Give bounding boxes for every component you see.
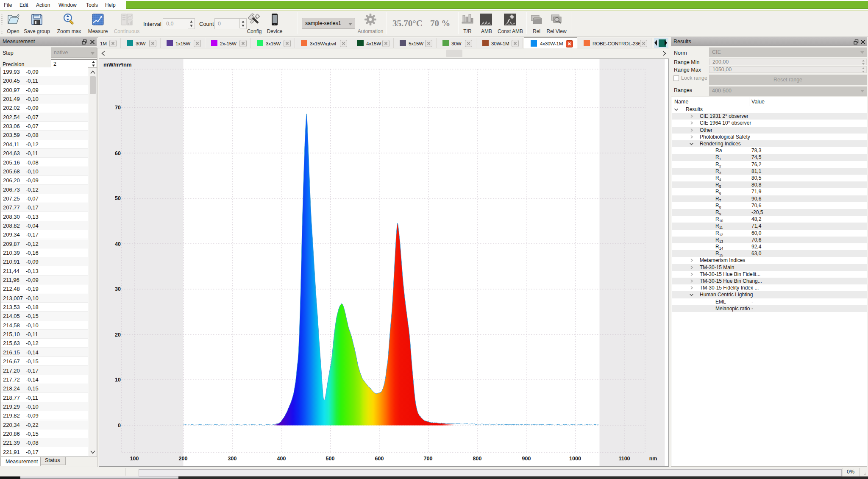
- svg-text:mW/m²/nm: mW/m²/nm: [103, 61, 131, 68]
- svg-text:10: 10: [115, 377, 121, 383]
- svg-text:200: 200: [179, 456, 188, 462]
- svg-text:700: 700: [424, 456, 433, 462]
- svg-text:60: 60: [115, 150, 121, 156]
- svg-text:20: 20: [115, 332, 121, 338]
- svg-text:1100: 1100: [618, 456, 630, 462]
- svg-text:30: 30: [115, 286, 121, 292]
- svg-text:0: 0: [118, 423, 121, 429]
- svg-text:600: 600: [375, 456, 384, 462]
- svg-text:900: 900: [522, 456, 531, 462]
- svg-text:500: 500: [326, 456, 335, 462]
- svg-text:300: 300: [228, 456, 237, 462]
- svg-text:800: 800: [473, 456, 482, 462]
- svg-text:nm: nm: [649, 456, 657, 462]
- svg-text:50: 50: [115, 195, 121, 201]
- svg-text:100: 100: [130, 456, 139, 462]
- svg-text:40: 40: [115, 241, 121, 247]
- svg-text:70: 70: [115, 105, 121, 111]
- svg-text:400: 400: [277, 456, 286, 462]
- svg-text:1000: 1000: [569, 456, 581, 462]
